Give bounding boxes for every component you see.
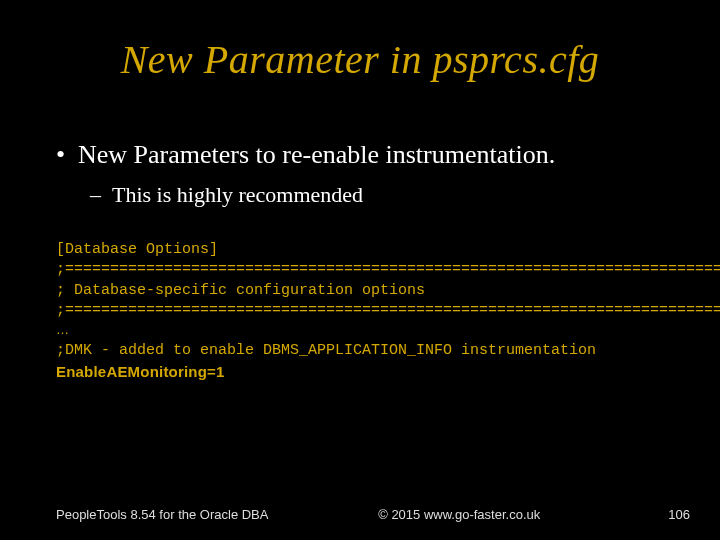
code-line: ;DMK - added to enable DBMS_APPLICATION_… <box>56 342 596 359</box>
code-line: ; Database-specific configuration option… <box>56 282 425 299</box>
bullet-dot-icon: • <box>56 140 78 170</box>
slide-title: New Parameter in psprcs.cfg <box>0 36 720 83</box>
bullet-level-1: • New Parameters to re-enable instrument… <box>56 140 680 170</box>
bullet-dash-icon: – <box>90 182 112 208</box>
code-line: ;=======================================… <box>56 302 720 319</box>
code-line: … <box>56 322 69 337</box>
code-line-emphasis: EnableAEMonitoring=1 <box>56 363 225 380</box>
footer-center: © 2015 www.go-faster.co.uk <box>268 507 650 522</box>
slide-footer: PeopleTools 8.54 for the Oracle DBA © 20… <box>56 507 690 522</box>
footer-left: PeopleTools 8.54 for the Oracle DBA <box>56 507 268 522</box>
code-block: [Database Options] ;====================… <box>56 240 680 384</box>
code-line: ;=======================================… <box>56 261 720 278</box>
bullet-level-2: – This is highly recommended <box>90 182 680 208</box>
bullet-level-1-text: New Parameters to re-enable instrumentat… <box>78 140 555 170</box>
slide: New Parameter in psprcs.cfg • New Parame… <box>0 0 720 540</box>
bullet-level-2-text: This is highly recommended <box>112 182 363 208</box>
footer-page-number: 106 <box>650 507 690 522</box>
code-line: [Database Options] <box>56 241 218 258</box>
slide-body: • New Parameters to re-enable instrument… <box>56 140 680 208</box>
